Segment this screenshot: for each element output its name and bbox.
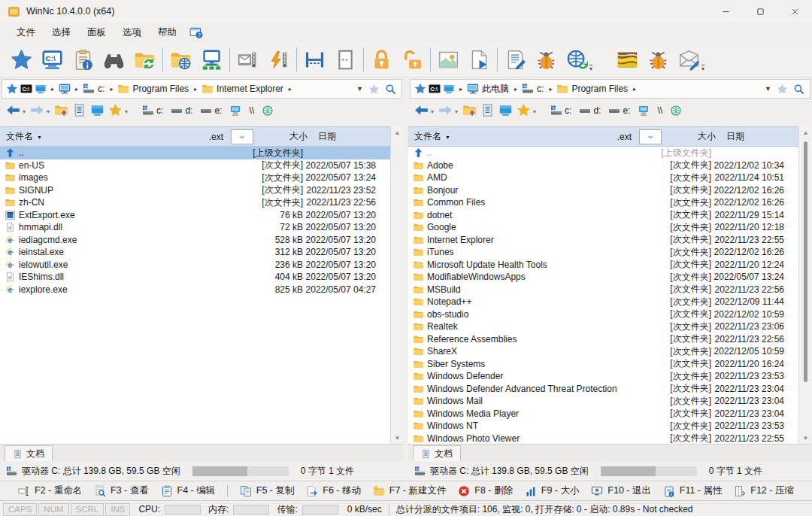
breadcrumb-arrow-icon[interactable]: ▸ bbox=[192, 86, 199, 93]
file-row[interactable]: Microsoft Update Health Tools[次文件夹]2022/… bbox=[408, 259, 798, 272]
breadcrumb-arrow-icon[interactable]: ▸ bbox=[73, 86, 80, 93]
menu-item-4[interactable]: 选项 bbox=[115, 24, 149, 41]
folder-up-icon[interactable] bbox=[54, 103, 68, 117]
scroll-track[interactable] bbox=[391, 138, 404, 432]
file-row[interactable]: ExtExport.exe76 kB2022/05/07 13:20 bbox=[0, 209, 390, 222]
pin-star-icon[interactable] bbox=[6, 83, 18, 95]
breadcrumb-segment[interactable]: c: bbox=[97, 83, 105, 94]
command-prompt-button[interactable]: C:\ bbox=[37, 45, 68, 74]
column-date[interactable]: 日期 bbox=[308, 130, 390, 143]
drive-button-c[interactable]: c: bbox=[140, 105, 165, 117]
file-row[interactable]: zh-CN[次文件夹]2022/11/23 22:56 bbox=[0, 196, 390, 209]
breadcrumb-arrow-icon[interactable]: ▸ bbox=[49, 86, 56, 93]
file-row[interactable]: dotnet[次文件夹]2022/11/29 15:14 bbox=[408, 209, 798, 222]
column-filename[interactable]: 文件名▼ bbox=[408, 130, 601, 143]
drive-button-c[interactable]: c: bbox=[548, 105, 574, 117]
path-dropdown-icon[interactable]: ▼ bbox=[765, 85, 771, 93]
column-date[interactable]: 日期 bbox=[716, 130, 798, 143]
computer-monitor-icon[interactable] bbox=[59, 83, 71, 95]
dropdown-caret-icon[interactable]: ▾ bbox=[23, 108, 26, 115]
breadcrumb-segment[interactable]: Internet Explorer bbox=[216, 83, 284, 94]
pin-star-icon[interactable] bbox=[414, 83, 426, 95]
folder-up-icon[interactable] bbox=[462, 103, 477, 117]
file-row[interactable]: Windows Media Player[次文件夹]2022/11/23 23:… bbox=[408, 408, 798, 420]
file-row[interactable]: eielowutil.exe236 kB2022/05/07 13:20 bbox=[0, 259, 390, 272]
file-row[interactable]: IEShims.dll404 kB2022/05/07 13:20 bbox=[0, 271, 390, 284]
system-drive-icon[interactable] bbox=[522, 83, 534, 95]
lock-button[interactable] bbox=[366, 45, 397, 74]
terminal-badge-icon[interactable]: C:\ bbox=[429, 83, 441, 95]
file-row[interactable]: eieinstal.exe312 kB2022/05/07 13:20 bbox=[0, 246, 390, 259]
desktop-screen-icon[interactable] bbox=[35, 83, 47, 95]
folder-icon[interactable] bbox=[201, 83, 214, 95]
file-row[interactable]: Common Files[次文件夹]2022/12/02 16:26 bbox=[408, 196, 798, 209]
file-edit-button[interactable] bbox=[500, 45, 531, 74]
path-dropdown-icon[interactable]: ▼ bbox=[356, 85, 363, 93]
folder-icon[interactable] bbox=[556, 83, 568, 95]
file-row[interactable]: Windows Photo Viewer[次文件夹]2022/11/23 22:… bbox=[408, 433, 798, 445]
drive-button[interactable] bbox=[227, 105, 244, 117]
file-row[interactable]: Windows Defender Advanced Threat Protect… bbox=[408, 383, 798, 396]
scroll-thumb[interactable] bbox=[804, 141, 807, 382]
dropdown-caret-icon[interactable]: ▾ bbox=[533, 108, 536, 115]
file-row[interactable]: ..[上级文件夹] bbox=[0, 147, 390, 159]
scroll-track[interactable] bbox=[799, 138, 812, 432]
column-ext[interactable]: .ext bbox=[193, 132, 223, 142]
image-viewer-button[interactable] bbox=[433, 45, 464, 74]
file-row[interactable]: eiexplore.exe825 kB2022/05/07 04:27 bbox=[0, 284, 390, 296]
file-row[interactable]: images[次文件夹]2022/05/07 13:24 bbox=[0, 171, 390, 184]
favorite-star-faded-icon[interactable] bbox=[777, 83, 788, 95]
documents-tab[interactable]: 文档 bbox=[5, 445, 53, 461]
map-layers-button[interactable] bbox=[612, 45, 643, 74]
fkey-f2[interactable]: F2 - 重命名 bbox=[18, 484, 82, 497]
breadcrumb-arrow-icon[interactable]: ▸ bbox=[286, 86, 294, 93]
file-row[interactable]: iTunes[次文件夹]2022/12/02 16:26 bbox=[408, 246, 798, 259]
dropdown-caret-icon[interactable]: ▾ bbox=[455, 108, 458, 115]
file-row[interactable]: Notepad++[次文件夹]2022/12/09 11:44 bbox=[408, 296, 798, 308]
desktop-screen-icon[interactable] bbox=[498, 103, 513, 117]
documents-tab[interactable]: 文档 bbox=[413, 445, 461, 461]
properties-clipboard-button[interactable] bbox=[68, 45, 98, 74]
scroll-down-icon[interactable]: ▼ bbox=[803, 432, 809, 444]
drive-button-[interactable]: \\ bbox=[247, 105, 256, 116]
file-row[interactable]: eiediagcmd.exe528 kB2022/05/07 13:20 bbox=[0, 234, 390, 247]
file-list-icon[interactable] bbox=[480, 103, 495, 117]
breadcrumb-segment[interactable]: Program Files bbox=[571, 83, 629, 94]
computer-monitor-icon[interactable] bbox=[467, 83, 479, 95]
drive-button[interactable] bbox=[259, 105, 276, 117]
arrow-forward-icon[interactable] bbox=[438, 103, 453, 117]
zip-extract-button[interactable] bbox=[263, 45, 294, 74]
system-drive-icon[interactable] bbox=[83, 83, 95, 95]
dropdown-caret-icon[interactable]: ▾ bbox=[431, 108, 434, 115]
file-row[interactable]: Siber Systems[次文件夹]2022/11/20 16:24 bbox=[408, 358, 798, 371]
file-row[interactable]: SIGNUP[次文件夹]2022/11/23 23:52 bbox=[0, 184, 390, 197]
search-icon[interactable] bbox=[793, 83, 804, 95]
folder-icon[interactable] bbox=[117, 83, 129, 95]
scrollbar[interactable]: ▲▼ bbox=[798, 126, 812, 444]
file-row[interactable]: Bonjour[次文件夹]2022/12/02 16:26 bbox=[408, 184, 798, 197]
ext-filter-dropdown[interactable] bbox=[231, 129, 253, 144]
titlebar[interactable]: WinNc 10.4.0.0 (x64) bbox=[0, 0, 812, 23]
breadcrumb-arrow-icon[interactable]: ▸ bbox=[512, 86, 520, 93]
drive-button-d[interactable]: d: bbox=[577, 105, 603, 117]
fkey-f3[interactable]: F3 - 查看 bbox=[94, 484, 149, 497]
desktop-screen-icon[interactable] bbox=[443, 83, 455, 95]
drive-button-e[interactable]: e: bbox=[606, 105, 632, 117]
dropdown-caret-icon[interactable]: ▾ bbox=[125, 108, 128, 115]
arrow-forward-icon[interactable] bbox=[30, 103, 44, 117]
column-size[interactable]: 大小 bbox=[668, 130, 716, 143]
close-icon[interactable] bbox=[777, 0, 812, 23]
file-list-icon[interactable] bbox=[72, 103, 86, 117]
scroll-up-icon[interactable]: ▲ bbox=[803, 126, 809, 138]
debug-bug-button[interactable] bbox=[531, 45, 562, 74]
breadcrumb-arrow-icon[interactable]: ▸ bbox=[108, 86, 115, 93]
breadcrumb-arrow-icon[interactable]: ▸ bbox=[631, 86, 638, 93]
fkey-f10[interactable]: F10 - 退出 bbox=[591, 484, 651, 497]
maximize-icon[interactable] bbox=[743, 0, 777, 23]
drive-button[interactable] bbox=[635, 105, 652, 117]
favorite-star-faded-icon[interactable] bbox=[368, 83, 380, 95]
fkey-f4[interactable]: F4 - 编辑 bbox=[161, 484, 216, 497]
menu-item-2[interactable]: 选择 bbox=[44, 24, 78, 41]
search-binoculars-button[interactable] bbox=[98, 45, 129, 74]
file-row[interactable]: MSBuild[次文件夹]2022/11/23 22:56 bbox=[408, 284, 798, 296]
